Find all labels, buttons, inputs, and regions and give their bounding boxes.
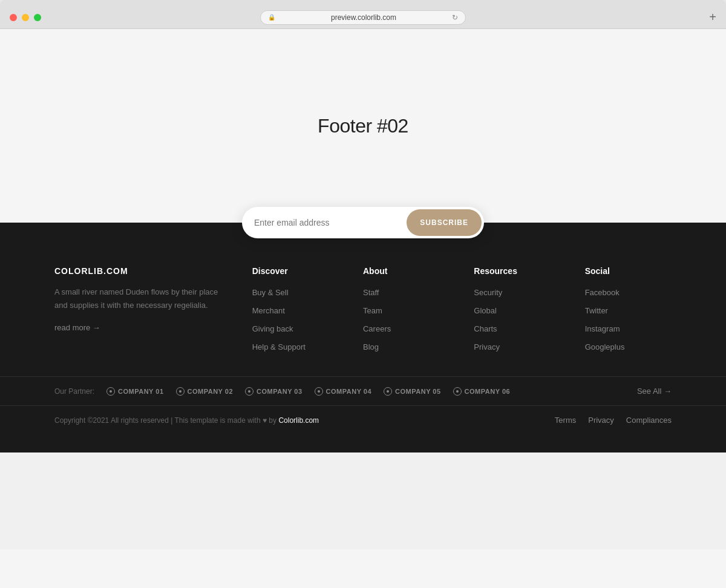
brand-description: A small river named Duden flows by their… xyxy=(54,286,228,312)
partner-name: COMPANY 02 xyxy=(188,388,234,395)
subscribe-form: SUBSCRIBE xyxy=(242,207,484,238)
help-support-link[interactable]: Help & Support xyxy=(252,342,306,351)
partners-label: Our Partner: xyxy=(54,387,94,396)
list-item: Team xyxy=(363,305,450,316)
footer: SUBSCRIBE COLORLIB.COM A small river nam… xyxy=(0,223,726,452)
minimize-button[interactable] xyxy=(22,14,29,21)
team-link[interactable]: Team xyxy=(363,306,382,315)
address-bar[interactable]: 🔒 preview.colorlib.com ↻ xyxy=(260,10,466,25)
partner-dot-icon xyxy=(176,387,185,396)
instagram-link[interactable]: Instagram xyxy=(585,324,620,333)
partner-dot-icon xyxy=(106,387,115,396)
list-item: Twitter xyxy=(585,305,672,316)
facebook-link[interactable]: Facebook xyxy=(585,288,620,297)
list-item: Merchant xyxy=(252,305,339,316)
privacy-link[interactable]: Privacy xyxy=(474,342,500,351)
list-item: Giving back xyxy=(252,323,339,334)
footer-about-column: About Staff Team Careers Blog xyxy=(363,266,450,352)
list-item: Blog xyxy=(363,341,450,352)
partner-dot-icon xyxy=(453,387,462,396)
partners-bar: Our Partner: COMPANY 01 COMPANY 02 COMPA… xyxy=(0,376,726,405)
footer-brand-column: COLORLIB.COM A small river named Duden f… xyxy=(54,266,228,352)
url-text: preview.colorlib.com xyxy=(279,13,448,22)
browser-content: Footer #02 SUBSCRIBE COLORLIB.COM A smal… xyxy=(0,29,726,588)
list-item: Careers xyxy=(363,323,450,334)
partner-item[interactable]: COMPANY 05 xyxy=(384,387,441,396)
buy-sell-link[interactable]: Buy & Sell xyxy=(252,288,289,297)
list-item: Global xyxy=(474,305,560,316)
list-item: Buy & Sell xyxy=(252,287,339,298)
copyright-main: Copyright ©2021 All rights reserved | Th… xyxy=(54,416,276,425)
footer-bottom: Copyright ©2021 All rights reserved | Th… xyxy=(0,405,726,434)
footer-resources-column: Resources Security Global Charts Privacy xyxy=(474,266,560,352)
about-title: About xyxy=(363,266,450,276)
merchant-link[interactable]: Merchant xyxy=(252,306,285,315)
subscribe-button[interactable]: SUBSCRIBE xyxy=(407,209,482,236)
read-more-link[interactable]: read more → xyxy=(54,323,100,332)
careers-link[interactable]: Careers xyxy=(363,324,391,333)
twitter-link[interactable]: Twitter xyxy=(585,306,608,315)
new-tab-button[interactable]: + xyxy=(709,11,716,23)
email-input[interactable] xyxy=(254,218,407,227)
partner-name: COMPANY 04 xyxy=(326,388,372,395)
subscribe-bar: SUBSCRIBE xyxy=(0,207,726,238)
list-item: Facebook xyxy=(585,287,672,298)
staff-link[interactable]: Staff xyxy=(363,288,379,297)
footer-discover-column: Discover Buy & Sell Merchant Giving back… xyxy=(252,266,339,352)
partner-item[interactable]: COMPANY 02 xyxy=(176,387,234,396)
partner-item[interactable]: COMPANY 04 xyxy=(315,387,372,396)
discover-links: Buy & Sell Merchant Giving back Help & S… xyxy=(252,287,339,352)
see-all-button[interactable]: See All → xyxy=(637,387,672,396)
bottom-section xyxy=(0,452,726,549)
footer-social-column: Social Facebook Twitter Instagram Google… xyxy=(585,266,672,352)
partner-dot-icon xyxy=(315,387,323,396)
list-item: Instagram xyxy=(585,323,672,334)
top-section: Footer #02 xyxy=(0,29,726,223)
partner-dot-icon xyxy=(384,387,392,396)
resources-title: Resources xyxy=(474,266,560,276)
partner-name: COMPANY 05 xyxy=(395,388,441,395)
discover-title: Discover xyxy=(252,266,339,276)
giving-back-link[interactable]: Giving back xyxy=(252,324,293,333)
partner-name: COMPANY 01 xyxy=(118,388,164,395)
social-links: Facebook Twitter Instagram Googleplus xyxy=(585,287,672,352)
footer-main: COLORLIB.COM A small river named Duden f… xyxy=(0,254,726,376)
legal-links: Terms Privacy Compliances xyxy=(555,416,672,425)
copyright-text: Copyright ©2021 All rights reserved | Th… xyxy=(54,416,319,425)
lock-icon: 🔒 xyxy=(268,14,275,21)
social-title: Social xyxy=(585,266,672,276)
list-item: Security xyxy=(474,287,560,298)
brand-name: COLORLIB.COM xyxy=(54,266,228,276)
googleplus-link[interactable]: Googleplus xyxy=(585,342,625,351)
maximize-button[interactable] xyxy=(34,14,41,21)
compliances-link[interactable]: Compliances xyxy=(626,416,672,425)
partner-name: COMPANY 03 xyxy=(257,388,302,395)
list-item: Charts xyxy=(474,323,560,334)
charts-link[interactable]: Charts xyxy=(474,324,497,333)
page-title: Footer #02 xyxy=(318,115,408,137)
terms-link[interactable]: Terms xyxy=(555,416,576,425)
resources-links: Security Global Charts Privacy xyxy=(474,287,560,352)
copyright-link[interactable]: Colorlib.com xyxy=(278,416,319,425)
partner-dot-icon xyxy=(245,387,253,396)
blog-link[interactable]: Blog xyxy=(363,342,379,351)
refresh-icon[interactable]: ↻ xyxy=(452,13,458,22)
list-item: Googleplus xyxy=(585,341,672,352)
browser-chrome: 🔒 preview.colorlib.com ↻ + xyxy=(0,0,726,29)
privacy-link[interactable]: Privacy xyxy=(588,416,614,425)
partner-name: COMPANY 06 xyxy=(465,388,511,395)
close-button[interactable] xyxy=(10,14,17,21)
partner-item[interactable]: COMPANY 03 xyxy=(245,387,302,396)
about-links: Staff Team Careers Blog xyxy=(363,287,450,352)
list-item: Privacy xyxy=(474,341,560,352)
partner-item[interactable]: COMPANY 01 xyxy=(106,387,164,396)
partner-item[interactable]: COMPANY 06 xyxy=(453,387,511,396)
global-link[interactable]: Global xyxy=(474,306,497,315)
list-item: Help & Support xyxy=(252,341,339,352)
list-item: Staff xyxy=(363,287,450,298)
security-link[interactable]: Security xyxy=(474,288,502,297)
